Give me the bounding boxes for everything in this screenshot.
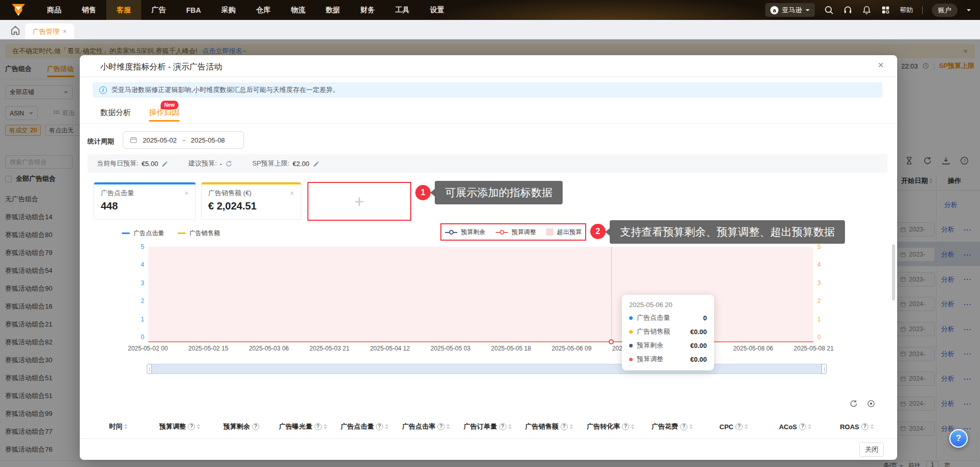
close-button[interactable]: 关闭 (859, 442, 884, 457)
metric-card[interactable]: 广告销售额 (€) × € 2,024.51 (201, 182, 301, 220)
card-close-icon[interactable]: × (290, 189, 294, 197)
legend-label: 预算调整 (511, 228, 536, 237)
legend-item[interactable]: 预算剩余 (445, 228, 485, 237)
slider-handle-right[interactable] (821, 364, 827, 374)
help-circle-icon[interactable] (799, 423, 806, 430)
legend-item[interactable]: 预算调整 (496, 228, 536, 237)
modal-close-icon[interactable]: × (878, 59, 884, 71)
table-column-header[interactable]: 预算调整 (149, 422, 210, 431)
help-circle-icon[interactable] (736, 423, 743, 430)
tab-close-icon[interactable]: × (63, 28, 67, 35)
y-axis-tick: 2 (141, 297, 144, 305)
tab-data-analysis[interactable]: 数据分析 (100, 108, 131, 118)
sort-icon[interactable] (689, 424, 693, 429)
help-circle-icon[interactable] (252, 423, 259, 430)
slider-handle-left[interactable] (147, 364, 152, 374)
table-column-header[interactable]: 广告点击量 (333, 422, 395, 431)
modal-scrollbar[interactable] (892, 244, 895, 300)
x-axis-tick: 2025-05-02 15 (188, 345, 228, 352)
edit-pencil-icon[interactable] (313, 160, 320, 168)
date-to-value[interactable]: 2025-05-08 (191, 136, 225, 144)
metric-card[interactable]: 广告点击量 × 448 (94, 182, 196, 220)
account-button[interactable]: 账户 (932, 4, 957, 17)
help-circle-icon[interactable] (861, 423, 868, 430)
sort-icon[interactable] (745, 424, 748, 429)
sort-icon[interactable] (385, 424, 388, 429)
legend-item[interactable]: 广告点击量 (122, 229, 164, 238)
headset-icon[interactable] (843, 5, 853, 15)
nav-item[interactable]: 财务 (350, 0, 385, 20)
nav-item[interactable]: FBA (176, 0, 211, 20)
card-close-icon[interactable]: × (185, 189, 189, 197)
help-circle-icon[interactable] (561, 423, 568, 430)
help-circle-icon[interactable] (499, 423, 506, 430)
refresh-icon[interactable] (849, 399, 858, 408)
budget-label: 当前每日预算: (97, 159, 139, 168)
series-dot-icon (629, 316, 633, 320)
legend-label: 广告点击量 (133, 229, 164, 238)
bell-icon[interactable] (862, 5, 872, 15)
table-column-header[interactable]: 时间 (87, 422, 149, 431)
nav-item[interactable]: 商品 (37, 0, 72, 20)
live-help-button[interactable]: ? (949, 429, 968, 448)
column-label: ACoS (779, 423, 797, 431)
help-circle-icon[interactable] (188, 423, 195, 430)
tooltip-series-label: 预算剩余 (637, 341, 663, 350)
app-grid-icon[interactable] (881, 5, 890, 15)
date-range-picker[interactable]: 2025-05-02 ~ 2025-05-08 (123, 131, 244, 149)
chart-range-slider[interactable] (148, 364, 825, 374)
marketplace-selector[interactable]: a 亚马逊 (765, 3, 815, 17)
sort-icon[interactable] (808, 424, 811, 429)
account-chevron-down-icon[interactable] (967, 9, 971, 13)
help-link[interactable]: 帮助 (900, 6, 913, 15)
x-axis-tick: 2025-05-05 03 (431, 345, 471, 352)
legend-item[interactable]: 广告销售额 (177, 229, 220, 238)
table-column-header[interactable]: 预算剩余 (211, 422, 272, 431)
table-column-header[interactable]: 广告销售额 (518, 422, 580, 431)
table-column-header[interactable]: 广告花费 (641, 422, 703, 431)
help-circle-icon[interactable] (680, 423, 687, 430)
home-icon[interactable] (9, 24, 21, 36)
nav-item[interactable]: 数据 (316, 0, 350, 20)
add-metric-card-button[interactable] (307, 182, 411, 221)
y-axis-tick: 1 (817, 315, 821, 323)
nav-item[interactable]: 物流 (281, 0, 316, 20)
table-column-header[interactable]: 广告曝光量 (272, 422, 333, 431)
nav-item[interactable]: 仓库 (246, 0, 281, 20)
sort-icon[interactable] (197, 424, 200, 429)
search-icon[interactable] (824, 5, 834, 15)
help-circle-icon[interactable] (376, 423, 383, 430)
tab-ad-management[interactable]: 广告管理 × (25, 24, 74, 39)
sort-icon[interactable] (631, 424, 634, 429)
nav-item[interactable]: 工具 (385, 0, 420, 20)
table-column-header[interactable]: 广告订单量 (457, 422, 518, 431)
budget-label: SP预算上限: (252, 159, 289, 168)
nav-item[interactable]: 采购 (211, 0, 246, 20)
table-column-header[interactable]: ACoS (764, 423, 826, 431)
date-from-value[interactable]: 2025-05-02 (143, 136, 177, 144)
help-circle-icon[interactable] (437, 423, 444, 430)
sort-icon[interactable] (124, 424, 127, 429)
sort-icon[interactable] (871, 424, 874, 429)
page-scrollbar[interactable] (976, 432, 979, 464)
nav-item[interactable]: 销售 (72, 0, 106, 20)
chart-legend-left: 广告点击量 广告销售额 (122, 229, 220, 238)
table-column-header[interactable]: 广告点击率 (395, 422, 457, 431)
help-circle-icon[interactable] (315, 423, 322, 430)
nav-item[interactable]: 广告 (141, 0, 176, 20)
nav-item[interactable]: 客服 (106, 0, 141, 20)
refresh-icon[interactable] (225, 160, 233, 168)
edit-pencil-icon[interactable] (161, 160, 169, 168)
nav-item[interactable]: 设置 (420, 0, 455, 20)
legend-item[interactable]: 超出预算 (546, 228, 582, 237)
sort-icon[interactable] (447, 424, 450, 429)
table-column-header[interactable]: CPC (703, 423, 764, 431)
logo-fox-icon[interactable] (0, 4, 37, 17)
table-column-header[interactable]: ROAS (826, 423, 887, 431)
sort-icon[interactable] (508, 424, 511, 429)
help-circle-icon[interactable] (622, 423, 629, 430)
target-icon[interactable] (866, 399, 876, 408)
sort-icon[interactable] (324, 424, 327, 429)
sort-icon[interactable] (570, 424, 573, 429)
table-column-header[interactable]: 广告转化率 (580, 422, 641, 431)
